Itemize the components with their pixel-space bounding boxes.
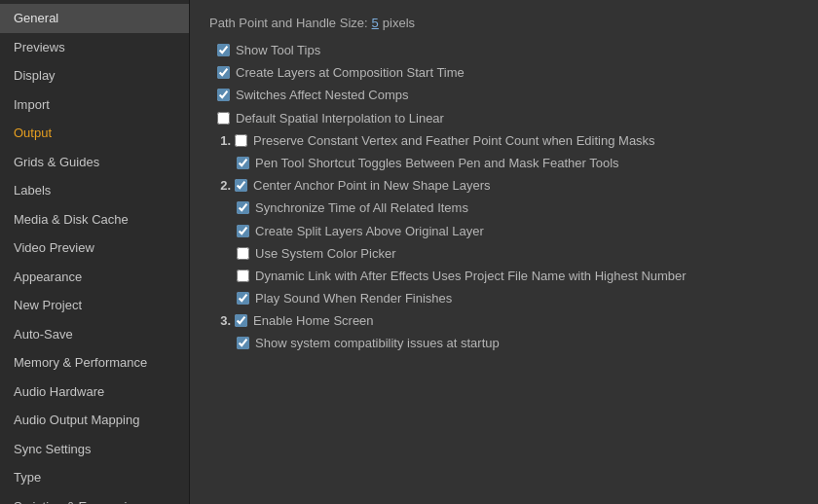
sidebar-item-appearance[interactable]: Appearance — [0, 263, 189, 292]
checkbox-row-show-tool-tips: Show Tool Tips — [209, 42, 799, 59]
sidebar-item-scripting-expressions[interactable]: Scripting & Expressions — [0, 492, 189, 505]
sidebar-item-type[interactable]: Type — [0, 463, 189, 492]
main-content: Path Point and Handle Size: 5 pixels Sho… — [190, 0, 818, 504]
checkbox-switches-affect[interactable] — [217, 89, 230, 101]
number-label-center-anchor: 2. — [209, 177, 231, 193]
checkbox-row-play-sound: Play Sound When Render Finishes — [209, 290, 799, 307]
checkbox-row-use-system-color: Use System Color Picker — [209, 245, 799, 263]
checkbox-use-system-color[interactable] — [237, 247, 249, 260]
checkbox-dynamic-link[interactable] — [237, 270, 249, 282]
checkbox-row-pen-tool-shortcut: Pen Tool Shortcut Toggles Between Pen an… — [209, 155, 799, 172]
checkbox-play-sound[interactable] — [237, 292, 249, 305]
sidebar-item-general[interactable]: General — [0, 4, 189, 33]
checkbox-row-synchronize-time: Synchronize Time of All Related Items — [209, 199, 799, 217]
sidebar-item-audio-output-mapping[interactable]: Audio Output Mapping — [0, 406, 189, 435]
checkbox-label-synchronize-time[interactable]: Synchronize Time of All Related Items — [255, 199, 468, 217]
checkbox-default-spatial[interactable] — [217, 112, 230, 125]
number-label-preserve-vertex: 1. — [209, 132, 231, 148]
checkbox-label-switches-affect[interactable]: Switches Affect Nested Comps — [236, 87, 409, 104]
checkbox-pen-tool-shortcut[interactable] — [237, 157, 249, 169]
sidebar-item-sync-settings[interactable]: Sync Settings — [0, 435, 189, 464]
checkbox-label-create-split[interactable]: Create Split Layers Above Original Layer — [255, 223, 484, 240]
checkbox-row-dynamic-link: Dynamic Link with After Effects Uses Pro… — [209, 268, 799, 285]
sidebar-item-auto-save[interactable]: Auto-Save — [0, 320, 189, 349]
checkbox-label-default-spatial[interactable]: Default Spatial Interpolation to Linear — [236, 110, 444, 127]
sidebar-item-import[interactable]: Import — [0, 90, 189, 120]
checkbox-label-preserve-vertex[interactable]: Preserve Constant Vertex and Feather Poi… — [253, 132, 655, 150]
sidebar: GeneralPreviewsDisplayImportOutputGrids … — [0, 0, 190, 504]
sidebar-item-previews[interactable]: Previews — [0, 33, 189, 62]
checkbox-label-use-system-color[interactable]: Use System Color Picker — [255, 245, 395, 263]
checkbox-show-compatibility[interactable] — [237, 337, 249, 349]
checkbox-label-play-sound[interactable]: Play Sound When Render Finishes — [255, 290, 452, 307]
sidebar-item-grids-guides[interactable]: Grids & Guides — [0, 148, 189, 177]
checkbox-label-center-anchor[interactable]: Center Anchor Point in New Shape Layers — [253, 177, 491, 195]
checkbox-label-dynamic-link[interactable]: Dynamic Link with After Effects Uses Pro… — [255, 268, 687, 285]
checkbox-row-create-layers: Create Layers at Composition Start Time — [209, 64, 799, 82]
checkbox-create-layers[interactable] — [217, 66, 230, 79]
sidebar-item-display[interactable]: Display — [0, 61, 189, 90]
checkbox-row-show-compatibility: Show system compatibility issues at star… — [209, 335, 799, 352]
checkbox-row-create-split: Create Split Layers Above Original Layer — [209, 223, 799, 240]
checkbox-enable-home-screen[interactable] — [235, 314, 247, 327]
checkbox-synchronize-time[interactable] — [237, 201, 249, 214]
sidebar-item-memory-performance[interactable]: Memory & Performance — [0, 348, 189, 378]
sidebar-item-new-project[interactable]: New Project — [0, 291, 189, 320]
checkbox-create-split[interactable] — [237, 225, 249, 237]
path-point-value[interactable]: 5 — [372, 16, 379, 30]
checkbox-preserve-vertex[interactable] — [235, 134, 247, 147]
checkbox-label-pen-tool-shortcut[interactable]: Pen Tool Shortcut Toggles Between Pen an… — [255, 155, 619, 172]
checkbox-row-preserve-vertex: 1.Preserve Constant Vertex and Feather P… — [209, 132, 799, 150]
sidebar-item-audio-hardware[interactable]: Audio Hardware — [0, 378, 189, 407]
checkbox-label-show-tool-tips[interactable]: Show Tool Tips — [236, 42, 320, 59]
number-label-enable-home-screen: 3. — [209, 312, 231, 328]
sidebar-item-labels[interactable]: Labels — [0, 176, 189, 205]
path-point-unit: pixels — [383, 16, 415, 30]
checkbox-row-switches-affect: Switches Affect Nested Comps — [209, 87, 799, 104]
path-point-label: Path Point and Handle Size: — [209, 16, 368, 30]
sidebar-item-output[interactable]: Output — [0, 119, 189, 148]
path-point-row: Path Point and Handle Size: 5 pixels — [209, 16, 799, 30]
checkbox-center-anchor[interactable] — [235, 179, 247, 192]
sidebar-item-media-disk-cache[interactable]: Media & Disk Cache — [0, 205, 189, 234]
checkbox-row-enable-home-screen: 3.Enable Home Screen — [209, 312, 799, 330]
checkbox-label-enable-home-screen[interactable]: Enable Home Screen — [253, 312, 374, 330]
checkbox-label-create-layers[interactable]: Create Layers at Composition Start Time — [236, 64, 465, 82]
sidebar-item-video-preview[interactable]: Video Preview — [0, 234, 189, 263]
checkbox-row-default-spatial: Default Spatial Interpolation to Linear — [209, 110, 799, 127]
checkbox-row-center-anchor: 2.Center Anchor Point in New Shape Layer… — [209, 177, 799, 195]
checkbox-show-tool-tips[interactable] — [217, 44, 230, 56]
checkbox-label-show-compatibility[interactable]: Show system compatibility issues at star… — [255, 335, 500, 352]
checkboxes-container: Show Tool TipsCreate Layers at Compositi… — [209, 42, 799, 353]
